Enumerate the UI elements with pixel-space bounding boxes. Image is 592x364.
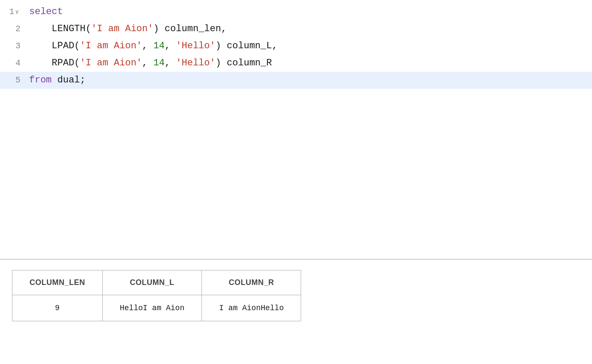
results-area: COLUMN_LENCOLUMN_LCOLUMN_R 9HelloI am Ai… [0, 260, 592, 332]
code-token: ) column_L, [216, 41, 278, 51]
code-token: RPAD( [29, 58, 80, 68]
line-number-5: 5 [0, 72, 26, 89]
table-header-column_len: COLUMN_LEN [12, 270, 103, 295]
code-token: , [142, 58, 153, 68]
code-token: , [165, 41, 176, 51]
line-number-1: 1 ∨ [0, 3, 26, 21]
code-lines: 1 ∨select2 LENGTH('I am Aion') column_le… [0, 0, 592, 89]
code-token: dual; [52, 75, 86, 85]
line-content-2: LENGTH('I am Aion') column_len, [26, 21, 592, 38]
code-line-5: 5from dual; [0, 72, 592, 89]
code-line-2: 2 LENGTH('I am Aion') column_len, [0, 21, 592, 38]
table-cell-0-0: 9 [12, 295, 103, 321]
code-token: from [29, 75, 52, 85]
code-token: 'I am Aion' [80, 41, 142, 51]
line-number-2: 2 [0, 21, 26, 38]
code-token: 'I am Aion' [91, 23, 153, 34]
code-token: 'Hello' [176, 41, 215, 51]
code-token: 14 [153, 58, 164, 68]
table-header-column_l: COLUMN_L [103, 270, 202, 295]
code-token: , [142, 41, 153, 51]
line-content-3: LPAD('I am Aion', 14, 'Hello') column_L, [26, 38, 592, 55]
table-cell-0-2: I am AionHello [202, 295, 301, 321]
code-token: ) column_R [216, 58, 272, 68]
line-content-1: select [26, 3, 592, 21]
code-token: 'Hello' [176, 58, 215, 68]
table-header-column_r: COLUMN_R [202, 270, 301, 295]
code-line-1: 1 ∨select [0, 3, 592, 21]
table-cell-0-1: HelloI am Aion [103, 295, 202, 321]
code-line-4: 4 RPAD('I am Aion', 14, 'Hello') column_… [0, 55, 592, 72]
chevron-icon: ∨ [15, 3, 19, 21]
code-token: LENGTH( [29, 23, 91, 34]
code-token: select [29, 6, 63, 17]
line-content-5: from dual; [26, 72, 592, 89]
table-row: 9HelloI am AionI am AionHello [12, 295, 301, 321]
code-line-3: 3 LPAD('I am Aion', 14, 'Hello') column_… [0, 38, 592, 55]
code-token: 14 [153, 41, 164, 51]
line-number-3: 3 [0, 38, 26, 55]
code-token: , [165, 58, 176, 68]
code-editor[interactable]: 1 ∨select2 LENGTH('I am Aion') column_le… [0, 0, 592, 260]
code-token: LPAD( [29, 41, 80, 51]
results-table: COLUMN_LENCOLUMN_LCOLUMN_R 9HelloI am Ai… [12, 270, 301, 321]
line-content-4: RPAD('I am Aion', 14, 'Hello') column_R [26, 55, 592, 72]
line-number-4: 4 [0, 55, 26, 72]
code-token: 'I am Aion' [80, 58, 142, 68]
code-token: ) column_len, [153, 23, 227, 34]
